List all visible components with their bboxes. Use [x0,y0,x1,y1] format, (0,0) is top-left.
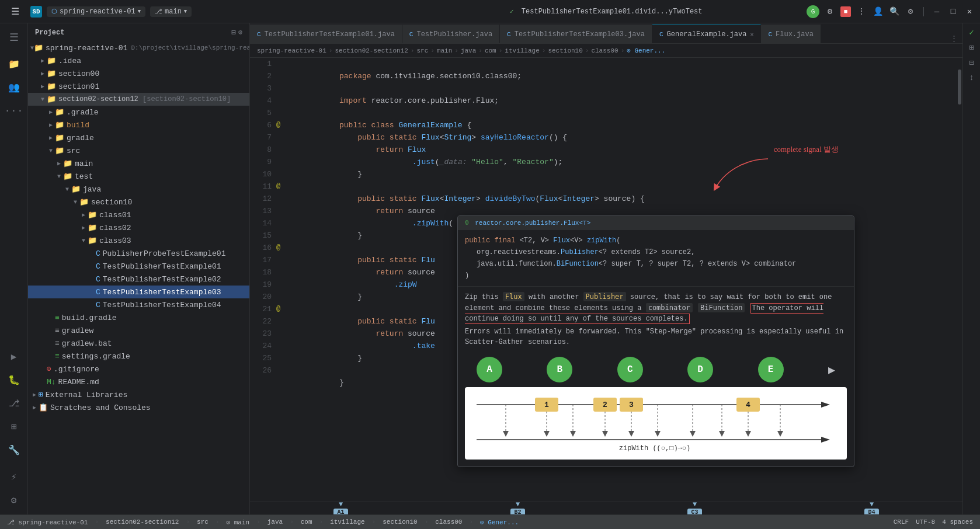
tree-item-settings-gradle[interactable]: ≡ settings.gradle [28,350,249,363]
tree-item-gitignore[interactable]: ⊙ .gitignore [28,363,249,375]
tree-item-readme[interactable]: M↓ README.md [28,375,249,388]
activity-menu-icon[interactable]: ☰ [4,27,25,48]
code-line-5: public class GeneralExample { [294,107,955,119]
code-editor[interactable]: package com.itvillage.section10.class00;… [288,58,955,502]
play-button[interactable]: ▶ [828,363,835,377]
project-tree: ▼ 📁 spring-reactive-01 D:\project\itvill… [28,41,249,514]
tree-item-test03[interactable]: C TestPublisherTestExample03 [28,286,249,298]
notifications-icon[interactable]: ■ [840,6,851,17]
tree-item-test01[interactable]: C TestPublisherTestExample01 [28,260,249,273]
status-bar: ⎇ spring-reactive-01 › section02-section… [0,514,980,529]
activity-bottom1-icon[interactable]: ⚡ [4,467,25,488]
tree-item-test[interactable]: ▼ 📁 test [28,170,249,183]
tree-item-build-dir[interactable]: ▶ 📁 build [28,119,249,131]
tree-item-class03[interactable]: ▼ 📁 class03 [28,234,249,247]
right-icon-panel[interactable]: ⊞ [965,41,978,54]
status-sep6: › [319,518,324,525]
tree-item-java[interactable]: ▼ 📁 java [28,183,249,196]
tree-item-section02[interactable]: ▼ 📁 section02-section12 [section02-secti… [28,93,249,106]
activity-build-icon[interactable]: 🔧 [4,440,25,461]
editor-area: C TestPublisherTestExample01.java C Test… [250,23,962,514]
circle-b: B [547,357,572,382]
search-icon[interactable]: 🔍 [888,6,900,18]
tabs-more-icon[interactable]: ⋮ [946,34,962,43]
preferences-icon[interactable]: ⚙ [905,6,916,18]
tree-item-test02[interactable]: C TestPublisherTestExample02 [28,273,249,286]
tree-item-scratches[interactable]: ▶ 📋 Scratches and Consoles [28,401,249,414]
svg-marker-23 [602,431,608,437]
branch-dropdown[interactable]: ⎇ main ▼ [150,6,192,17]
code-line-3: import reactor.core.publisher.Flux; [294,82,955,95]
tree-item-gradlew[interactable]: ≡ gradlew [28,324,249,337]
tree-item-idea[interactable]: ▶ 📁 .idea [28,54,249,67]
tree-item-probe[interactable]: C PublisherProbeTestExample01 [28,247,249,260]
right-icon-diff[interactable]: ⊟ [965,56,978,69]
close-button[interactable]: ✕ [964,6,975,18]
tab-testpublisher[interactable]: C TestPublisher.java [402,25,500,43]
svg-text:2: 2 [603,401,607,409]
project-dropdown[interactable]: ⬡ spring-reactive-01 ▼ [47,6,145,17]
tree-item-ext-libs[interactable]: ▶ ⊞ External Libraries [28,388,249,401]
tab-testpublisher03[interactable]: C TestPublisherTestExample03.java [500,25,652,43]
circle-d: D [687,357,713,382]
window-title: ✓ TestPublisherTestExample01.divid...yTw… [406,8,807,16]
minimize-button[interactable]: — [931,6,943,18]
marker-c3: C3 [687,509,701,514]
status-indent[interactable]: 4 spaces [942,518,973,525]
code-line-11: public static Flux<Integer> divideByTwo(… [294,180,955,193]
tree-item-gradlew-bat[interactable]: ≡ gradlew.bat [28,337,249,350]
right-icon-check[interactable]: ✓ [965,26,978,39]
tree-item-root[interactable]: ▼ 📁 spring-reactive-01 D:\project\itvill… [28,41,249,54]
user-icon[interactable]: 👤 [872,6,884,18]
app-menu-icon[interactable]: ☰ [5,1,26,22]
tree-item-class02[interactable]: ▶ 📁 class02 [28,221,249,234]
settings-icon[interactable]: ⚙ [824,6,836,18]
tab-generalexample[interactable]: C GeneralExample.java ✕ [652,25,761,43]
tree-item-test04[interactable]: C TestPublisherTestExample04 [28,298,249,311]
code-line-10 [294,168,955,180]
status-left: ⎇ spring-reactive-01 › section02-section… [7,518,519,526]
sidebar-header: Project ⊟ ⚙ [28,23,249,41]
tab-flux[interactable]: C Flux.java [761,25,821,43]
tree-item-section10[interactable]: ▼ 📁 section10 [28,196,249,208]
bottom-stream-markers: ▼ A1 ▼ B2 ▼ C3 ▼ D4 [250,502,962,514]
tree-item-gradle-hidden[interactable]: ▶ 📁 .gradle [28,106,249,119]
sidebar-gear-icon[interactable]: ⚙ [238,28,242,37]
breadcrumb-item-section[interactable]: section02-section12 [335,47,408,54]
activity-run-icon[interactable]: ▶ [4,346,25,367]
activity-vcs-icon[interactable]: 👥 [4,77,25,98]
maximize-button[interactable]: □ [947,6,959,18]
activity-debug-icon[interactable]: 🐛 [4,370,25,391]
tree-item-build-gradle[interactable]: ≡ build.gradle [28,311,249,324]
status-encoding[interactable]: UTF-8 [916,518,935,525]
activity-more-icon[interactable]: ··· [4,100,25,121]
activity-project-icon[interactable]: 📁 [4,54,25,75]
sidebar-collapse-icon[interactable]: ⊟ [232,28,236,37]
tab-close-generalexample[interactable]: ✕ [750,31,753,38]
avatar-icon[interactable]: G [807,5,819,18]
tree-item-class01[interactable]: ▶ 📁 class01 [28,208,249,221]
tree-item-gradle-dir[interactable]: ▶ 📁 gradle [28,131,249,144]
status-sep7: › [372,518,376,525]
tab-testpublisher01[interactable]: C TestPublisherTestExample01.java [250,25,402,43]
right-icon-annotate[interactable]: ↕ [965,71,978,84]
tree-item-section00[interactable]: ▶ 📁 section00 [28,67,249,80]
more-icon[interactable]: ⋮ [856,6,867,18]
status-sep1: › [95,518,99,525]
svg-marker-1 [821,402,830,408]
scrollbar-vertical[interactable] [955,58,962,502]
status-branch[interactable]: ⎇ spring-reactive-01 [7,518,88,526]
tree-item-section01[interactable]: ▶ 📁 section01 [28,80,249,93]
tree-item-src[interactable]: ▼ 📁 src [28,144,249,157]
activity-bottom2-icon[interactable]: ⚙ [4,490,25,511]
timeline-diagram: 1 2 3 [465,387,847,460]
activity-git-icon[interactable]: ⎇ [4,393,25,414]
breadcrumb-item-root[interactable]: spring-reactive-01 [257,47,326,54]
status-crlf[interactable]: CRLF [894,518,909,525]
title-bar: ☰ SD ⬡ spring-reactive-01 ▼ ⎇ main ▼ ✓ T… [0,0,980,23]
tabs-bar: C TestPublisherTestExample01.java C Test… [250,23,962,44]
activity-terminal-icon[interactable]: ⊞ [4,416,25,437]
status-section[interactable]: section02-section12 [106,518,179,525]
tree-item-main[interactable]: ▶ 📁 main [28,157,249,170]
editor-content[interactable]: 1234 5678 9101112 13141516 17181920 2122… [250,58,962,502]
